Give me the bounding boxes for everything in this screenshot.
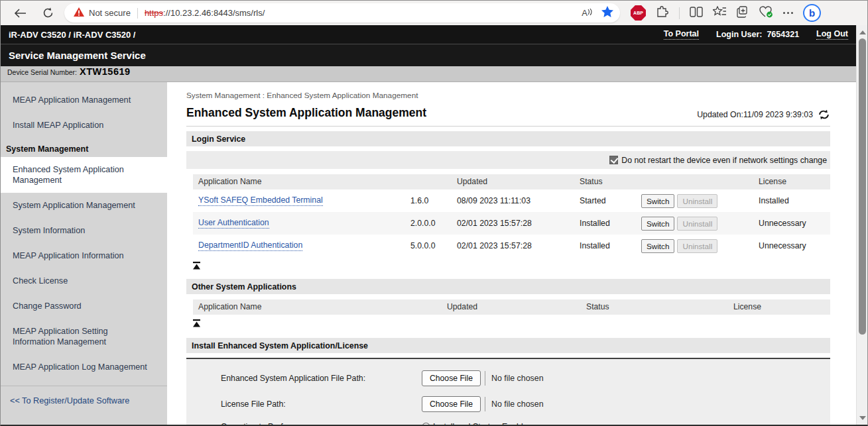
scroll-down-arrow[interactable] xyxy=(857,412,868,423)
breadcrumb: System Management : Enhanced System Appl… xyxy=(186,91,830,100)
sidebar-item-meap-application-setting-information-management[interactable]: MEAP Application Setting Information Man… xyxy=(1,319,167,354)
license-file-path-label: License File Path: xyxy=(221,399,422,409)
read-aloud-icon[interactable]: A xyxy=(582,8,592,18)
security-label[interactable]: Not secure xyxy=(89,8,131,18)
do-not-restart-checkbox[interactable] xyxy=(609,156,618,164)
col-license: License xyxy=(753,174,830,189)
restart-option-bar: Do not restart the device even if networ… xyxy=(186,151,830,169)
not-secure-warning-icon[interactable] xyxy=(74,7,84,19)
favorites-hub-icon[interactable] xyxy=(713,6,727,20)
to-register-update-software-link[interactable]: << To Register/Update Software xyxy=(1,386,167,412)
section-login-service: Login Service xyxy=(186,131,830,146)
file-chosen-status: No file chosen xyxy=(491,399,544,409)
section-other-system-applications: Other System Applications xyxy=(186,279,830,294)
choose-file-button-application[interactable]: Choose File xyxy=(422,370,481,386)
settings-more-icon[interactable] xyxy=(783,12,793,14)
log-out-link[interactable]: Log Out xyxy=(816,29,848,40)
col-version xyxy=(405,174,452,189)
refresh-icon[interactable] xyxy=(38,3,58,23)
collections-icon[interactable] xyxy=(737,6,749,21)
serial-bar: Device Serial Number: XTW15619 xyxy=(1,66,856,82)
adblock-plus-icon[interactable]: ABP xyxy=(631,5,646,21)
vertical-scrollbar[interactable] xyxy=(856,25,867,425)
radio-install-and-start[interactable]: Install and Start or Enable xyxy=(422,422,528,425)
radio-button-checked[interactable] xyxy=(422,423,430,425)
sidebar-item-change-password[interactable]: Change Password xyxy=(1,293,167,319)
scrollbar-thumb[interactable] xyxy=(859,38,866,335)
sidebar-item-meap-application-management[interactable]: MEAP Application Management xyxy=(1,87,167,113)
app-status: Installed xyxy=(574,235,636,257)
col-actions xyxy=(636,174,753,189)
serial-label: Device Serial Number: xyxy=(7,68,77,76)
choose-file-button-license[interactable]: Choose File xyxy=(422,396,481,412)
divider xyxy=(679,7,680,19)
app-link-user-authentication[interactable]: User Authentication xyxy=(198,218,269,229)
page-title: Enhanced System Application Management xyxy=(186,106,426,120)
device-path: iR-ADV C3520 / iR-ADV C3520 / xyxy=(9,30,135,40)
page-refresh-icon[interactable] xyxy=(818,109,830,120)
address-bar[interactable]: Not secure https://10.23.2.46:8443/sms/r… xyxy=(64,3,620,23)
scroll-up-arrow[interactable] xyxy=(857,27,868,38)
sidebar-section-system-management: System Management xyxy=(1,138,167,157)
sidebar-item-system-application-management[interactable]: System Application Management xyxy=(1,193,167,218)
to-portal-link[interactable]: To Portal xyxy=(664,29,699,40)
bing-chat-icon[interactable]: b xyxy=(803,4,821,22)
browser-toolbar: Not secure https://10.23.2.46:8443/sms/r… xyxy=(1,1,867,25)
divider xyxy=(137,8,138,19)
app-updated: 02/01 2023 15:57:28 xyxy=(452,212,574,235)
split-screen-icon[interactable] xyxy=(690,7,703,20)
divider xyxy=(485,397,485,411)
service-title-bar: Service Management Service xyxy=(1,44,856,66)
sidebar-item-meap-application-log-management[interactable]: MEAP Application Log Management xyxy=(1,354,167,380)
col-application-name: Application Name xyxy=(193,299,442,315)
sidebar-item-enhanced-system-application-management[interactable]: Enhanced System Application Management xyxy=(1,157,167,193)
other-apps-table: Application Name Updated Status License xyxy=(193,299,830,315)
app-version: 2.0.0.0 xyxy=(405,212,452,235)
col-status: Status xyxy=(581,299,695,315)
uninstall-button[interactable]: Uninstall xyxy=(677,194,717,208)
app-link-departmentid-authentication[interactable]: DepartmentID Authentication xyxy=(198,240,302,251)
sidebar-item-check-license[interactable]: Check License xyxy=(1,268,167,293)
switch-button[interactable]: Switch xyxy=(641,194,674,208)
other-table-header: Application Name Updated Status License xyxy=(193,299,830,315)
serial-value: XTW15619 xyxy=(80,66,131,77)
sidebar: MEAP Application Management Install MEAP… xyxy=(1,82,167,425)
sidebar-item-meap-application-information[interactable]: MEAP Application Information xyxy=(1,243,167,268)
section-install-enhanced-system-application: Install Enhanced System Application/Lice… xyxy=(186,338,830,353)
back-to-top-icon[interactable] xyxy=(192,319,201,327)
uninstall-button[interactable]: Uninstall xyxy=(677,217,717,231)
back-icon[interactable] xyxy=(10,3,30,23)
table-row: YSoft SAFEQ Embedded Terminal 1.6.0 08/0… xyxy=(193,189,830,212)
login-table-header: Application Name Updated Status License xyxy=(193,174,830,189)
file-chosen-status: No file chosen xyxy=(491,374,544,383)
browser-essentials-icon[interactable] xyxy=(759,6,773,21)
sidebar-item-install-meap-application[interactable]: Install MEAP Application xyxy=(1,113,167,138)
back-to-top-icon[interactable] xyxy=(192,262,201,270)
sidebar-item-system-information[interactable]: System Information xyxy=(1,218,167,243)
app-updated: 08/09 2023 11:11:03 xyxy=(452,189,574,212)
app-updated: 02/01 2023 15:57:28 xyxy=(452,235,574,257)
table-row: User Authentication 2.0.0.0 02/01 2023 1… xyxy=(193,212,830,235)
extensions-puzzle-icon[interactable] xyxy=(656,5,669,21)
col-application-name: Application Name xyxy=(193,174,405,189)
do-not-restart-label: Do not restart the device even if networ… xyxy=(621,156,827,165)
app-status: Installed xyxy=(574,212,636,235)
app-version: 1.6.0 xyxy=(405,189,452,212)
url-text[interactable]: https://10.23.2.46:8443/sms/rls/ xyxy=(145,8,265,18)
app-link-ysoft-safeq[interactable]: YSoft SAFEQ Embedded Terminal xyxy=(198,195,323,206)
login-service-table: Application Name Updated Status License … xyxy=(193,174,830,257)
table-row: DepartmentID Authentication 5.0.0.0 02/0… xyxy=(193,235,830,257)
switch-button[interactable]: Switch xyxy=(641,217,674,231)
app-license: Unnecessary xyxy=(753,212,830,235)
uninstall-button[interactable]: Uninstall xyxy=(677,239,717,253)
col-updated: Updated xyxy=(442,299,581,315)
col-actions xyxy=(695,299,728,315)
favorite-star-icon[interactable] xyxy=(601,6,613,20)
login-user: Login User: 7654321 xyxy=(716,30,799,39)
browser-window: Not secure https://10.23.2.46:8443/sms/r… xyxy=(0,0,868,426)
switch-button[interactable]: Switch xyxy=(641,239,674,253)
operation-to-perform-label: Operation to Perform: xyxy=(221,422,422,425)
install-form-panel: Enhanced System Application File Path: C… xyxy=(186,358,830,425)
col-updated: Updated xyxy=(452,174,574,189)
app-status: Started xyxy=(574,189,636,212)
